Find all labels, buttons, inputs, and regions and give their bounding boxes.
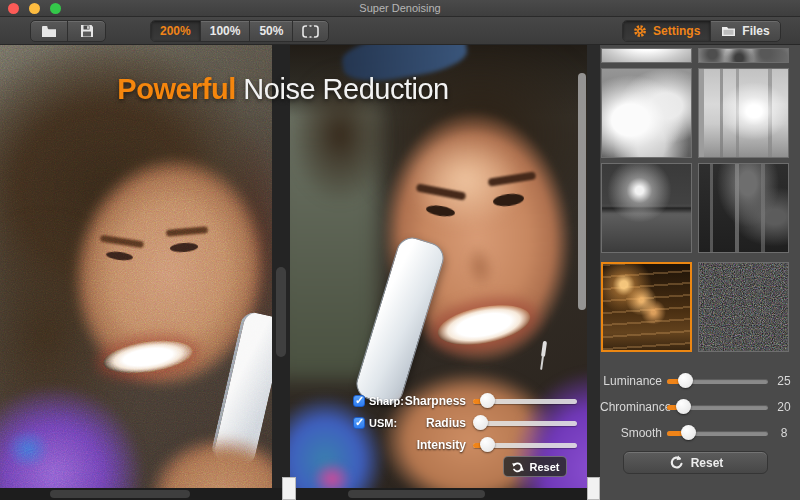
thumbnail-sun-rays[interactable] — [601, 48, 692, 63]
folder-icon — [721, 25, 736, 37]
luminance-value: 25 — [772, 374, 796, 388]
sharp-checkbox-label: Sharp: — [369, 395, 404, 407]
sharpness-slider-knob[interactable] — [480, 393, 495, 408]
intensity-slider-row: Intensity — [400, 437, 578, 453]
smooth-slider-row: Smooth 8 — [600, 425, 800, 441]
thumbnail-bright-interior[interactable] — [698, 68, 789, 158]
refresh-icon — [511, 460, 525, 474]
sharpness-slider[interactable] — [473, 393, 577, 409]
smooth-label: Smooth — [600, 426, 662, 440]
after-pane-hscrollbar-thumb[interactable] — [348, 490, 485, 498]
tab-files-label: Files — [742, 24, 769, 38]
save-icon — [80, 24, 94, 38]
radius-slider-knob[interactable] — [473, 415, 488, 430]
thumbnail-treetops[interactable] — [698, 48, 789, 63]
sharpen-reset-label: Reset — [530, 461, 560, 473]
toolbar: 200% 100% 50% Settings — [0, 17, 800, 45]
thumbnail-night-street-lights[interactable] — [601, 262, 692, 352]
smooth-value: 8 — [772, 426, 796, 440]
zoom-100-button[interactable]: 100% — [201, 21, 251, 41]
tab-settings[interactable]: Settings — [623, 21, 711, 41]
luminance-slider-row: Luminance 25 — [600, 373, 800, 389]
radius-slider-row: Radius — [400, 415, 578, 431]
thumbnail-night-harbor[interactable] — [601, 163, 692, 253]
before-pane-vertical-scrollbar[interactable] — [276, 267, 286, 357]
headline: Powerful Noise Reduction — [0, 73, 566, 106]
sharp-checkbox[interactable] — [353, 395, 365, 407]
refresh-icon — [668, 455, 683, 470]
preview-area: Sharp: USM: Sharpness Radius — [0, 45, 600, 488]
after-image-pane[interactable]: Sharp: USM: Sharpness Radius — [290, 45, 587, 488]
after-pane-vertical-scrollbar[interactable] — [578, 73, 586, 310]
thumbnail-color-noise[interactable] — [698, 262, 789, 352]
tab-settings-label: Settings — [653, 24, 700, 38]
smooth-slider-knob[interactable] — [681, 425, 696, 440]
chrominance-value: 20 — [772, 400, 796, 414]
after-pane-hscrollbar-track[interactable] — [296, 488, 588, 500]
sharp-checkbox-row: Sharp: — [353, 393, 404, 409]
right-drag-handle[interactable] — [587, 477, 600, 500]
thumbnail-clouds[interactable] — [601, 68, 692, 158]
luminance-slider-knob[interactable] — [678, 373, 693, 388]
usm-checkbox-label: USM: — [369, 417, 397, 429]
headline-highlight: Powerful — [117, 73, 235, 105]
usm-checkbox-row: USM: — [353, 415, 397, 431]
smooth-slider[interactable] — [667, 425, 768, 441]
before-image-pane[interactable] — [0, 45, 272, 488]
divider-drag-handle[interactable] — [282, 477, 296, 500]
luminance-slider[interactable] — [667, 373, 768, 389]
zoom-200-button[interactable]: 200% — [151, 21, 201, 41]
app-window: Super Denoising 200% 100% — [0, 0, 800, 500]
before-pane-hscrollbar-track[interactable] — [0, 488, 283, 500]
intensity-slider[interactable] — [473, 437, 577, 453]
usm-checkbox[interactable] — [353, 417, 365, 429]
tab-files[interactable]: Files — [711, 21, 779, 41]
sharpness-slider-row: Sharpness — [400, 393, 578, 409]
radius-slider[interactable] — [473, 415, 577, 431]
radius-label: Radius — [426, 416, 466, 430]
fit-screen-icon — [302, 25, 319, 38]
window-title: Super Denoising — [0, 2, 800, 14]
denoise-reset-label: Reset — [691, 456, 724, 470]
intensity-label: Intensity — [417, 438, 466, 452]
fit-to-screen-button[interactable] — [293, 21, 328, 41]
hand-shape — [148, 435, 272, 488]
save-file-button[interactable] — [68, 21, 105, 41]
sidebar-tab-bar: Settings Files — [622, 20, 781, 42]
pane-divider — [272, 45, 290, 488]
chrominance-slider-knob[interactable] — [676, 399, 691, 414]
chrominance-label: Chrominance — [600, 400, 662, 414]
zoom-50-button[interactable]: 50% — [250, 21, 293, 41]
chrominance-slider-row: Chrominance 20 — [600, 399, 800, 415]
settings-sidebar: Luminance 25 Chrominance 20 Smooth — [600, 45, 800, 500]
file-button-group — [30, 20, 106, 42]
denoise-reset-button[interactable]: Reset — [623, 451, 768, 474]
sharpness-label: Sharpness — [405, 394, 466, 408]
title-bar: Super Denoising — [0, 0, 800, 17]
before-pane-hscrollbar-thumb[interactable] — [50, 490, 190, 498]
chrominance-slider[interactable] — [667, 399, 768, 415]
luminance-label: Luminance — [600, 374, 662, 388]
sharpen-reset-button[interactable]: Reset — [503, 456, 567, 477]
color-noise-texture — [699, 263, 788, 351]
folder-open-icon — [41, 25, 57, 38]
gear-icon — [633, 24, 647, 38]
headline-rest: Noise Reduction — [236, 73, 449, 105]
thumbnail-dark-porch[interactable] — [698, 163, 789, 253]
zoom-level-control: 200% 100% 50% — [150, 20, 329, 42]
open-file-button[interactable] — [31, 21, 68, 41]
intensity-slider-knob[interactable] — [480, 437, 495, 452]
